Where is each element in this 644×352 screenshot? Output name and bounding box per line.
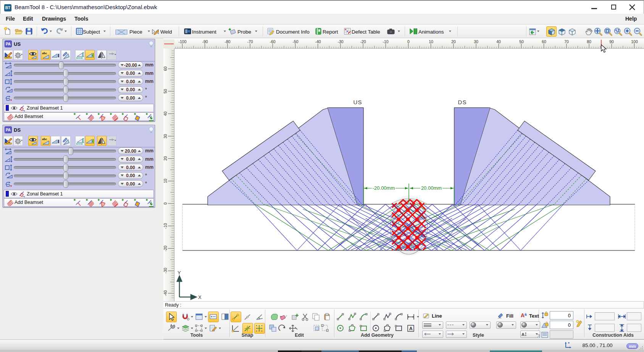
svg-text:abc: abc	[42, 51, 47, 55]
svg-text:-40: -40	[163, 290, 168, 296]
svg-text:50: 50	[519, 39, 524, 44]
svg-text:-40: -40	[315, 39, 321, 44]
svg-text:20: 20	[451, 39, 456, 44]
svg-text:-10: -10	[383, 39, 388, 44]
svg-text:-10: -10	[163, 223, 168, 229]
svg-text:-50: -50	[292, 39, 298, 44]
svg-text:-30: -30	[163, 268, 168, 273]
svg-text:0: 0	[407, 39, 410, 44]
svg-text:-60: -60	[270, 39, 275, 44]
svg-text:60: 60	[542, 39, 546, 44]
svg-text:abc: abc	[42, 137, 47, 141]
svg-text:X: X	[198, 294, 202, 300]
svg-text:30: 30	[474, 39, 478, 44]
svg-text:A: A	[521, 312, 525, 318]
svg-text:US: US	[353, 99, 362, 105]
svg-text:0: 0	[163, 202, 168, 205]
svg-text:-90: -90	[202, 39, 208, 44]
svg-text:40: 40	[496, 39, 501, 44]
svg-text:10: 10	[163, 179, 168, 183]
svg-text:10: 10	[429, 39, 433, 44]
svg-text:A: A	[521, 332, 525, 337]
svg-text:40: 40	[163, 111, 168, 116]
svg-text:20.00mm: 20.00mm	[421, 185, 442, 191]
svg-text:a: a	[525, 312, 527, 316]
svg-text:20: 20	[163, 156, 168, 161]
svg-text:60: 60	[163, 66, 168, 71]
svg-text:-20: -20	[360, 39, 366, 44]
svg-text:-20.00mm: -20.00mm	[373, 185, 395, 191]
svg-text:-20: -20	[163, 245, 168, 251]
svg-text:-70: -70	[247, 39, 253, 44]
svg-text:70: 70	[564, 39, 569, 44]
svg-text:Y: Y	[178, 270, 181, 276]
svg-text:100: 100	[631, 39, 638, 44]
svg-text:-80: -80	[224, 39, 230, 44]
svg-text:-30: -30	[337, 39, 343, 44]
svg-text:A: A	[409, 326, 413, 331]
svg-text:DS: DS	[458, 99, 467, 105]
svg-text:-100: -100	[178, 39, 186, 44]
svg-text:80: 80	[587, 39, 591, 44]
svg-text:30: 30	[163, 134, 168, 139]
svg-text:90: 90	[609, 39, 614, 44]
svg-text:50: 50	[163, 89, 168, 94]
